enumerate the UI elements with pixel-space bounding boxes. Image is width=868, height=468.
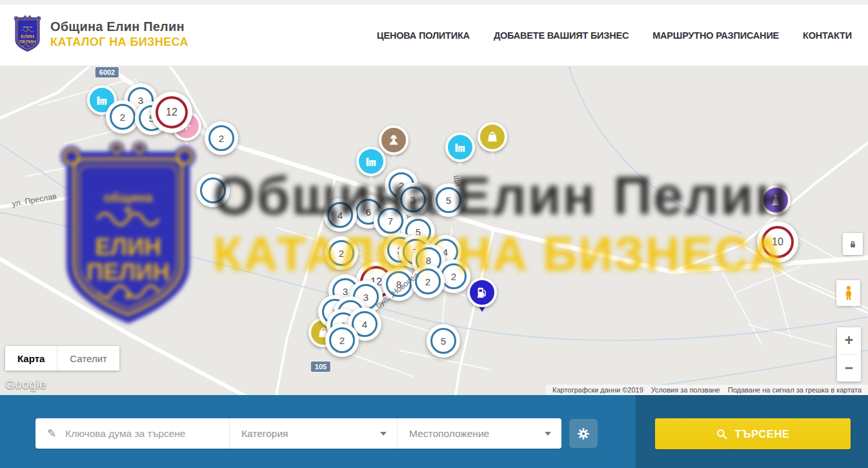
map-canvas[interactable]: 3251222356475227482128233383425106002105… bbox=[0, 66, 868, 395]
advanced-settings-button[interactable] bbox=[569, 419, 598, 448]
location-select-value: Местоположение bbox=[409, 428, 489, 440]
chevron-down-icon bbox=[380, 432, 387, 436]
lock-button[interactable] bbox=[843, 233, 863, 255]
map-marker-cluster[interactable]: 4 bbox=[323, 198, 357, 232]
search-field-group: ✎ Категория Местоположение bbox=[35, 418, 561, 449]
search-keyword-input[interactable] bbox=[64, 427, 215, 440]
search-button[interactable]: ТЪРСЕНЕ bbox=[655, 418, 851, 449]
church-icon bbox=[769, 193, 783, 207]
cluster-count: 12 bbox=[156, 96, 188, 128]
cluster-count: 2 bbox=[441, 263, 467, 289]
cluster-count: 2 bbox=[328, 240, 354, 266]
map-marker-cluster[interactable] bbox=[196, 174, 230, 207]
zoom-out-button[interactable]: − bbox=[837, 355, 861, 382]
factory-icon bbox=[364, 154, 378, 168]
map-type-control: Карта Сателит bbox=[5, 346, 119, 371]
map-marker-cluster[interactable]: 2 bbox=[325, 236, 358, 270]
map-type-satellite-button[interactable]: Сателит bbox=[57, 346, 119, 371]
page: Община Елин Пелин КАТАЛОГ НА БИЗНЕСА ЦЕН… bbox=[0, 0, 868, 468]
nav-item-0[interactable]: ЦЕНОВА ПОЛИТИКА bbox=[377, 30, 470, 41]
factory-icon bbox=[95, 93, 109, 107]
factory-icon bbox=[453, 140, 467, 154]
zoom-control: + − bbox=[837, 327, 861, 382]
main-nav: ЦЕНОВА ПОЛИТИКАДОБАВЕТЕ ВАШИЯТ БИЗНЕСМАР… bbox=[377, 5, 852, 66]
pegman-icon bbox=[842, 285, 856, 301]
road-number-badge: 6002 bbox=[96, 67, 119, 77]
map-marker-cluster[interactable]: 2 bbox=[325, 323, 359, 357]
pencil-icon: ✎ bbox=[47, 427, 56, 440]
road-number-badge: 105 bbox=[311, 361, 330, 372]
attribution-link-1[interactable]: Условия за ползване bbox=[647, 386, 724, 394]
cluster-count: 3 bbox=[400, 187, 426, 212]
category-select[interactable]: Категория bbox=[229, 418, 397, 449]
cluster-count: 2 bbox=[110, 104, 136, 130]
pin-bubble bbox=[445, 132, 475, 162]
cluster-count: 5 bbox=[430, 328, 456, 354]
google-logo[interactable]: Google bbox=[5, 378, 46, 392]
search-button-label: ТЪРСЕНЕ bbox=[734, 428, 789, 440]
map-marker-cluster[interactable]: 5 bbox=[432, 183, 465, 217]
fuel-icon bbox=[475, 285, 489, 300]
header: Община Елин Пелин КАТАЛОГ НА БИЗНЕСА ЦЕН… bbox=[0, 0, 868, 66]
chevron-down-icon bbox=[545, 432, 551, 436]
street-name-label: ул. Преслав bbox=[11, 192, 57, 209]
cluster-count bbox=[200, 178, 226, 203]
pin-bubble bbox=[761, 185, 791, 215]
cluster-count: 2 bbox=[208, 125, 234, 151]
site-logo[interactable]: Община Елин Пелин КАТАЛОГ НА БИЗНЕСА bbox=[13, 15, 188, 53]
nav-item-2[interactable]: МАРШРУТНО РАЗПИСАНИЕ bbox=[652, 30, 779, 41]
lock-icon bbox=[848, 239, 858, 250]
search-icon bbox=[716, 428, 728, 440]
logo-title: Община Елин Пелин bbox=[50, 19, 188, 35]
nav-item-1[interactable]: ДОБАВЕТЕ ВАШИЯТ БИЗНЕС bbox=[494, 30, 629, 41]
street-view-pegman-button[interactable] bbox=[836, 280, 860, 306]
pin-bubble bbox=[379, 125, 409, 155]
map-marker-cluster[interactable]: 12 bbox=[151, 92, 192, 133]
markers-layer: 3251222356475227482128233383425106002105… bbox=[0, 66, 868, 395]
map-marker-cluster[interactable]: 10 bbox=[757, 221, 798, 263]
map-marker-cluster[interactable]: 5 bbox=[427, 324, 460, 358]
zoom-in-button[interactable]: + bbox=[837, 327, 861, 354]
attribution-link-2[interactable]: Подаване на сигнал за грешка в картата bbox=[724, 386, 865, 394]
worker-icon bbox=[387, 133, 401, 147]
cluster-count: 7 bbox=[378, 208, 403, 234]
gear-icon bbox=[576, 426, 591, 442]
pin-bubble bbox=[478, 122, 507, 152]
nav-item-3[interactable]: КОНТАКТИ bbox=[803, 30, 852, 41]
category-select-value: Категория bbox=[241, 428, 288, 440]
cluster-count: 5 bbox=[436, 187, 461, 213]
logo-subtitle: КАТАЛОГ НА БИЗНЕСА bbox=[50, 35, 188, 50]
cluster-count: 4 bbox=[327, 202, 353, 228]
municipality-crest-icon bbox=[13, 15, 42, 53]
map-marker-cluster[interactable]: 2 bbox=[411, 265, 445, 298]
cluster-count: 2 bbox=[329, 327, 355, 353]
bag-icon bbox=[485, 130, 500, 144]
map-attribution: Картографски данни ©2019Условия за ползв… bbox=[546, 385, 868, 395]
pin-bubble bbox=[356, 147, 386, 176]
cluster-count: 2 bbox=[415, 269, 441, 294]
logo-text: Община Елин Пелин КАТАЛОГ НА БИЗНЕСА bbox=[50, 19, 188, 50]
street-name-label: щи bbox=[452, 174, 463, 187]
pin-bubble bbox=[467, 278, 497, 307]
search-bar: ✎ Категория Местоположение bbox=[0, 395, 868, 468]
keyword-field: ✎ bbox=[35, 418, 229, 449]
map-marker-cluster[interactable]: 2 bbox=[205, 121, 238, 155]
cluster-count: 10 bbox=[762, 226, 794, 258]
attribution-copyright: Картографски данни ©2019 bbox=[549, 386, 647, 394]
map-type-map-button[interactable]: Карта bbox=[5, 346, 57, 371]
location-select[interactable]: Местоположение bbox=[397, 418, 561, 449]
